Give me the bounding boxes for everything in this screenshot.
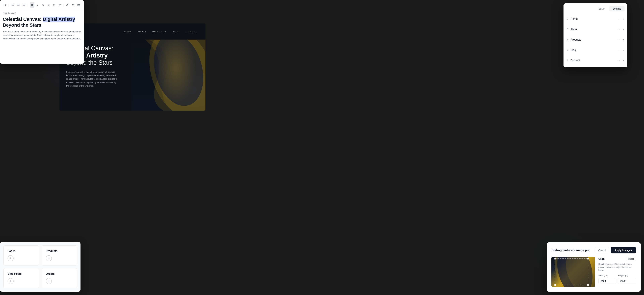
nav-menu-header: Editor Settings bbox=[565, 5, 626, 13]
tile-orders-title: Orders bbox=[46, 272, 73, 275]
hero-curve-svg bbox=[132, 39, 206, 111]
heading-highlighted: Digital Artistry bbox=[43, 16, 75, 22]
nav-menu-item-home[interactable]: ⠿ Home ··· ▾ bbox=[565, 14, 626, 24]
heading-line2: Beyond the Stars bbox=[3, 22, 41, 28]
nav-item-actions-blog: ··· ▾ bbox=[616, 48, 624, 52]
embed-icon bbox=[78, 3, 80, 6]
italic-button[interactable]: I bbox=[36, 2, 40, 8]
nav-item-menu-about[interactable]: ··· bbox=[616, 27, 621, 31]
nav-menu-item-products[interactable]: ⠿ Products ··· ▾ bbox=[565, 35, 626, 44]
dashboard-tiles: Pages + Products + Blog Posts + Orders + bbox=[0, 242, 80, 292]
tile-orders: Orders + bbox=[42, 268, 77, 288]
drag-handle-products: ⠿ bbox=[567, 38, 568, 41]
tab-editor[interactable]: Editor bbox=[595, 6, 608, 11]
nav-menu-panel: Editor Settings ⠿ Home ··· ▾ ⠿ About ···… bbox=[564, 3, 627, 67]
link-icon bbox=[66, 3, 69, 6]
tile-blog-posts: Blog Posts + bbox=[3, 268, 39, 288]
chevron-down-icon-products[interactable]: ▾ bbox=[623, 38, 624, 41]
nav-item-menu-contact[interactable]: ··· bbox=[616, 58, 621, 63]
crop-height-input[interactable] bbox=[618, 278, 636, 284]
website-nav-links: HOME ABOUT PRODUCTS BLOG CONTA... bbox=[124, 30, 197, 33]
crop-section-header: Crop Reset bbox=[598, 257, 636, 261]
preview-svg bbox=[552, 257, 595, 287]
tile-products-add-button[interactable]: + bbox=[46, 255, 52, 261]
indent-icon bbox=[23, 3, 25, 6]
hero-image bbox=[132, 39, 206, 111]
image-editor-header: Editing featured-image.png Cancel Apply … bbox=[552, 247, 636, 254]
indent-button[interactable] bbox=[22, 2, 26, 8]
nav-item-menu-blog[interactable]: ··· bbox=[616, 48, 621, 52]
nav-item-actions-contact: ··· ▾ bbox=[616, 58, 624, 63]
drag-handle-contact: ⠿ bbox=[567, 59, 568, 62]
nav-item-actions-about: ··· ▾ bbox=[616, 27, 624, 31]
editor-content-area[interactable]: Celestial Canvas: Digital Artistry Beyon… bbox=[0, 15, 84, 43]
toolbar-separator-3 bbox=[64, 3, 64, 6]
nav-item-label-home: Home bbox=[570, 17, 616, 20]
tile-orders-add-button[interactable]: + bbox=[46, 278, 52, 284]
editor-heading[interactable]: Celestial Canvas: Digital Artistry Beyon… bbox=[3, 16, 81, 28]
crop-height-group: Height (px) bbox=[618, 274, 636, 284]
nav-menu-item-contact[interactable]: ⠿ Contact ··· ▾ bbox=[565, 56, 626, 65]
image-preview-bg bbox=[552, 257, 595, 287]
svg-rect-1 bbox=[12, 5, 13, 5]
hero-body: Immerse yourself in the ethereal beauty … bbox=[66, 70, 120, 88]
image-editor-actions: Cancel Apply Changes bbox=[595, 247, 636, 254]
tile-products-title: Products bbox=[46, 250, 73, 253]
code-icon bbox=[72, 3, 75, 6]
crop-width-input[interactable] bbox=[598, 278, 616, 284]
superscript-button[interactable]: X2 bbox=[58, 2, 62, 8]
tab-settings[interactable]: Settings bbox=[609, 6, 624, 11]
image-preview bbox=[552, 257, 595, 287]
heading-h2-button[interactable]: H2 bbox=[3, 2, 7, 8]
nav-item-label-contact: Contact bbox=[570, 59, 616, 62]
svg-rect-7 bbox=[23, 5, 25, 5]
heading-plain: Celestial Canvas: bbox=[3, 16, 43, 22]
align-center-button[interactable] bbox=[16, 2, 21, 8]
image-editor-panel: Editing featured-image.png Cancel Apply … bbox=[547, 242, 641, 292]
crop-width-label: Width (px) bbox=[598, 274, 616, 277]
svg-rect-3 bbox=[17, 4, 20, 4]
link-button[interactable] bbox=[66, 2, 70, 8]
editor-toolbar: H2 B I U S X2 bbox=[0, 0, 84, 10]
nav-blog: BLOG bbox=[173, 30, 180, 33]
align-center-icon bbox=[17, 3, 20, 6]
tile-pages-title: Pages bbox=[8, 250, 35, 253]
tile-pages-add-button[interactable]: + bbox=[8, 255, 14, 261]
nav-home: HOME bbox=[124, 30, 132, 33]
underline-button[interactable]: U bbox=[41, 2, 46, 8]
editor-body[interactable]: Immerse yourself in the ethereal beauty … bbox=[3, 30, 81, 40]
nav-menu-item-blog[interactable]: ⠿ Blog ··· ▾ bbox=[565, 45, 626, 55]
code-button[interactable] bbox=[71, 2, 76, 8]
crop-reset-button[interactable]: Reset bbox=[626, 257, 636, 261]
nav-item-menu-home[interactable]: ··· bbox=[616, 17, 621, 21]
nav-item-menu-products[interactable]: ··· bbox=[616, 37, 621, 42]
apply-changes-button[interactable]: Apply Changes bbox=[611, 247, 636, 254]
drag-handle-blog: ⠿ bbox=[567, 49, 568, 51]
embed-button[interactable] bbox=[77, 2, 81, 8]
strikethrough-button[interactable]: S bbox=[46, 2, 51, 8]
align-left-button[interactable] bbox=[11, 2, 15, 8]
svg-rect-5 bbox=[18, 5, 20, 6]
chevron-down-icon-about[interactable]: ▾ bbox=[623, 28, 624, 31]
tile-pages: Pages + bbox=[3, 245, 39, 266]
nav-about: ABOUT bbox=[138, 30, 146, 33]
image-editor-body: Crop Reset Drag the corners of the selec… bbox=[552, 257, 636, 287]
nav-item-label-products: Products bbox=[570, 38, 616, 41]
chevron-down-icon-contact[interactable]: ▾ bbox=[623, 59, 624, 62]
subscript-button[interactable]: X2 bbox=[52, 2, 56, 8]
nav-contact: CONTA... bbox=[186, 30, 197, 33]
chevron-down-icon-blog[interactable]: ▾ bbox=[623, 49, 624, 51]
svg-rect-6 bbox=[23, 4, 25, 4]
image-editor-controls: Crop Reset Drag the corners of the selec… bbox=[598, 257, 636, 287]
nav-products: PRODUCTS bbox=[152, 30, 167, 33]
crop-width-group: Width (px) bbox=[598, 274, 616, 284]
bold-button[interactable]: B bbox=[30, 2, 34, 8]
nav-menu-item-about[interactable]: ⠿ About ··· ▾ bbox=[565, 24, 626, 34]
chevron-down-icon-home[interactable]: ▾ bbox=[623, 17, 624, 20]
tile-blog-posts-add-button[interactable]: + bbox=[8, 278, 14, 284]
svg-rect-0 bbox=[12, 4, 14, 4]
cancel-button[interactable]: Cancel bbox=[595, 247, 609, 254]
drag-handle-about: ⠿ bbox=[567, 28, 568, 31]
svg-rect-9 bbox=[78, 4, 80, 6]
tile-blog-posts-title: Blog Posts bbox=[8, 272, 35, 275]
